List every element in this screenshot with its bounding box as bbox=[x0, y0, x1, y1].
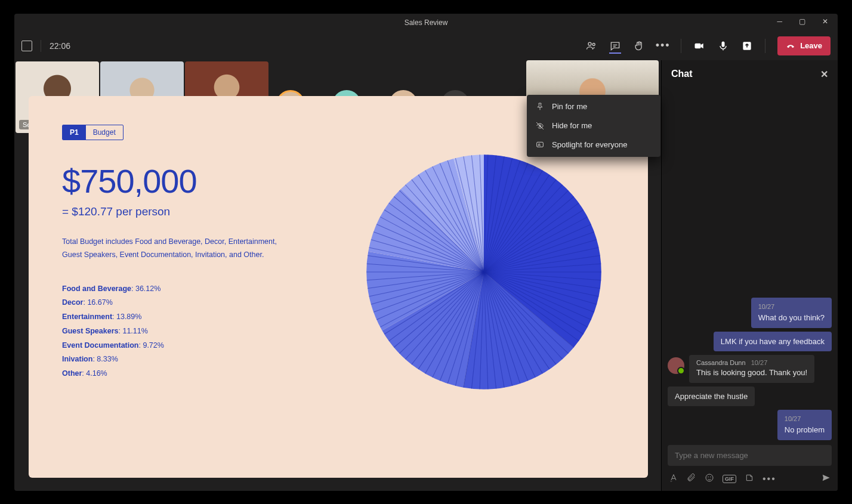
svg-rect-2 bbox=[695, 43, 701, 48]
people-icon[interactable] bbox=[585, 40, 597, 52]
layout-icon[interactable] bbox=[21, 41, 32, 51]
svg-point-99 bbox=[708, 477, 709, 477]
chat-panel: Chat ✕ 10/27What do you think?LMK if you… bbox=[661, 60, 838, 491]
more-icon[interactable]: ••• bbox=[657, 40, 669, 52]
chat-messages: 10/27What do you think?LMK if you have a… bbox=[662, 88, 838, 440]
maximize-icon[interactable]: ▢ bbox=[799, 17, 805, 26]
gif-icon[interactable]: GIF bbox=[723, 475, 736, 483]
svg-rect-3 bbox=[722, 41, 725, 47]
separator bbox=[681, 39, 681, 53]
hide-icon bbox=[535, 121, 545, 131]
budget-pie-chart bbox=[362, 150, 606, 394]
svg-point-0 bbox=[588, 42, 591, 45]
meeting-timer: 22:06 bbox=[50, 41, 70, 51]
menu-pin-for-me[interactable]: Pin for me bbox=[527, 97, 660, 116]
send-icon[interactable] bbox=[821, 473, 831, 485]
attach-icon[interactable] bbox=[687, 473, 696, 485]
share-icon[interactable] bbox=[741, 40, 753, 52]
avatar bbox=[668, 357, 684, 374]
more-icon[interactable]: ••• bbox=[763, 474, 776, 484]
separator bbox=[765, 39, 765, 53]
chat-message: LMK if you have any feedback bbox=[714, 332, 832, 352]
separator bbox=[41, 40, 41, 52]
chat-close-icon[interactable]: ✕ bbox=[820, 69, 828, 80]
minimize-icon[interactable]: ─ bbox=[777, 17, 782, 26]
chat-message: 10/27What do you think? bbox=[751, 298, 832, 327]
spotlight-icon bbox=[535, 140, 545, 150]
pill-p1: P1 bbox=[63, 125, 86, 140]
chat-message: Appreciate the hustle bbox=[668, 386, 755, 407]
emoji-icon[interactable] bbox=[705, 473, 714, 485]
menu-hide-for-me[interactable]: Hide for me bbox=[527, 116, 660, 135]
svg-point-100 bbox=[711, 477, 711, 477]
chat-icon[interactable] bbox=[609, 42, 621, 54]
menu-spotlight-everyone[interactable]: Spotlight for everyone bbox=[527, 135, 660, 154]
raise-hand-icon[interactable] bbox=[633, 40, 645, 52]
pin-icon bbox=[535, 102, 545, 112]
svg-point-98 bbox=[706, 474, 713, 481]
svg-point-1 bbox=[592, 43, 595, 45]
camera-icon[interactable] bbox=[693, 40, 705, 52]
pill-budget: Budget bbox=[86, 125, 123, 140]
chat-toolbar: GIF ••• bbox=[662, 469, 838, 491]
participant-context-menu: Pin for me Hide for me Spotlight for eve… bbox=[527, 95, 660, 157]
sticker-icon[interactable] bbox=[745, 473, 754, 485]
leave-label: Leave bbox=[800, 41, 822, 50]
close-icon[interactable]: ✕ bbox=[822, 17, 828, 26]
title-bar: Sales Review ─ ▢ ✕ bbox=[14, 14, 838, 32]
chat-message: Cassandra Dunn 10/27This is looking good… bbox=[668, 355, 814, 382]
microphone-icon[interactable] bbox=[717, 40, 729, 52]
chat-title: Chat bbox=[671, 69, 693, 79]
window-title: Sales Review bbox=[405, 18, 448, 27]
chat-message: 10/27No problem bbox=[777, 410, 832, 440]
format-icon[interactable] bbox=[669, 473, 678, 485]
slide-pill: P1 Budget bbox=[62, 125, 124, 140]
meeting-toolbar: 22:06 ••• Leave bbox=[14, 32, 838, 60]
chat-input[interactable] bbox=[668, 445, 832, 466]
leave-button[interactable]: Leave bbox=[777, 36, 831, 55]
budget-description: Total Budget includes Food and Beverage,… bbox=[62, 235, 277, 262]
